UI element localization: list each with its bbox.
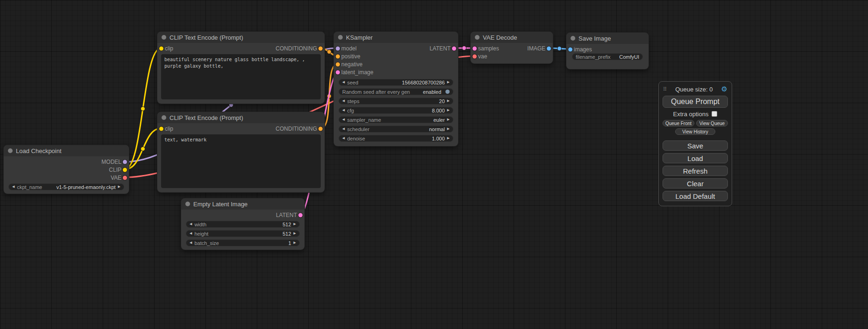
output-port-latent[interactable] (298, 213, 303, 217)
save-button[interactable]: Save (663, 140, 728, 151)
decrement-arrow-icon[interactable]: ◀ (342, 127, 345, 131)
output-port-conditioning[interactable] (318, 46, 323, 50)
increment-arrow-icon[interactable]: ▶ (447, 127, 450, 131)
load-button[interactable]: Load (663, 153, 728, 163)
node-clip-text-encode-negative[interactable]: CLIP Text Encode (Prompt) clip CONDITION… (157, 112, 325, 192)
input-label-model: model (341, 45, 357, 52)
clear-button[interactable]: Clear (663, 178, 728, 189)
view-history-button[interactable]: View History (675, 128, 716, 135)
widget-name: width (194, 222, 206, 227)
increment-arrow-icon[interactable]: ▶ (447, 81, 450, 84)
collapse-dot-icon[interactable] (8, 148, 13, 153)
decrement-arrow-icon[interactable]: ◀ (12, 185, 14, 189)
input-port-images[interactable] (568, 47, 572, 51)
toggle-dot-icon[interactable] (445, 90, 450, 94)
widget-ckpt-name[interactable]: ◀ ckpt_name v1-5-pruned-emaonly.ckpt ▶ (8, 183, 124, 190)
node-title-bar[interactable]: KSampler (334, 32, 458, 43)
decrement-arrow-icon[interactable]: ◀ (342, 109, 345, 112)
decrement-arrow-icon[interactable]: ◀ (342, 81, 345, 84)
node-title-bar[interactable]: Load Checkpoint (4, 145, 129, 156)
queue-front-button[interactable]: Queue Front (663, 120, 694, 126)
widget-filename-prefix[interactable]: filename_prefix ComfyUI (572, 53, 643, 60)
input-port-positive[interactable] (336, 54, 340, 58)
prompt-text-field[interactable]: text, watermark (161, 134, 321, 188)
widget-steps[interactable]: ◀ steps 20 ▶ (339, 98, 453, 105)
load-default-button[interactable]: Load Default (663, 191, 728, 201)
port-row-model-latent: model LATENT (334, 44, 458, 52)
input-port-negative[interactable] (336, 62, 340, 66)
node-save-image[interactable]: Save Image images filename_prefix ComfyU… (566, 33, 649, 69)
widget-value: 512 (282, 222, 291, 227)
increment-arrow-icon[interactable]: ▶ (447, 109, 450, 112)
decrement-arrow-icon[interactable]: ◀ (190, 241, 192, 245)
node-load-checkpoint[interactable]: Load Checkpoint MODEL CLIP VAE ◀ ckpt_na… (4, 145, 129, 194)
output-port-clip[interactable] (123, 168, 127, 172)
extra-options-checkbox[interactable] (712, 111, 717, 117)
widget-sampler-name[interactable]: ◀ sampler_name euler ▶ (339, 116, 453, 123)
widget-name: sampler_name (347, 117, 381, 123)
input-row-negative: negative (334, 60, 458, 68)
collapse-dot-icon[interactable] (185, 202, 190, 206)
node-title: Empty Latent Image (193, 201, 247, 208)
output-port-conditioning[interactable] (318, 126, 323, 131)
widget-height[interactable]: ◀ height 512 ▶ (186, 230, 300, 237)
collapse-dot-icon[interactable] (162, 115, 166, 120)
decrement-arrow-icon[interactable]: ◀ (342, 137, 345, 140)
input-port-samples[interactable] (473, 46, 477, 50)
widget-random-seed-toggle[interactable]: Random seed after every gen enabled (339, 88, 453, 95)
node-title: CLIP Text Encode (Prompt) (169, 34, 243, 41)
increment-arrow-icon[interactable]: ▶ (447, 99, 450, 103)
widget-batch-size[interactable]: ◀ batch_size 1 ▶ (186, 239, 300, 246)
input-port-clip[interactable] (159, 46, 163, 50)
input-port-model[interactable] (336, 46, 340, 50)
output-port-latent[interactable] (452, 46, 456, 50)
prompt-text-field[interactable]: beautiful scenery nature glass bottle la… (161, 54, 321, 99)
node-vae-decode[interactable]: VAE Decode samples IMAGE vae (471, 32, 553, 63)
input-port-vae[interactable] (473, 54, 477, 58)
decrement-arrow-icon[interactable]: ◀ (342, 99, 345, 103)
collapse-dot-icon[interactable] (162, 35, 166, 40)
increment-arrow-icon[interactable]: ▶ (294, 241, 296, 245)
output-port-model[interactable] (123, 160, 127, 164)
node-ksampler[interactable]: KSampler model LATENT positive negative … (334, 32, 458, 146)
collapse-dot-icon[interactable] (571, 36, 575, 41)
node-title-bar[interactable]: CLIP Text Encode (Prompt) (157, 112, 325, 123)
node-title-bar[interactable]: Empty Latent Image (181, 198, 304, 210)
widget-cfg[interactable]: ◀ cfg 8.000 ▶ (339, 107, 453, 114)
port-row-samples-image: samples IMAGE (471, 44, 553, 52)
node-title-bar[interactable]: VAE Decode (471, 32, 553, 43)
node-clip-text-encode-positive[interactable]: CLIP Text Encode (Prompt) clip CONDITION… (157, 32, 325, 104)
increment-arrow-icon[interactable]: ▶ (294, 232, 296, 235)
node-title-bar[interactable]: Save Image (566, 33, 649, 44)
comfyui-canvas[interactable]: { "icons": { "left_arrow": "◀", "right_a… (0, 0, 868, 329)
output-port-image[interactable] (547, 46, 551, 50)
widget-seed[interactable]: ◀ seed 156680208700286 ▶ (339, 79, 453, 86)
output-label-conditioning: CONDITIONING (275, 126, 317, 132)
collapse-dot-icon[interactable] (338, 35, 343, 40)
widget-value: 512 (282, 231, 291, 237)
collapse-dot-icon[interactable] (475, 35, 480, 40)
decrement-arrow-icon[interactable]: ◀ (190, 223, 192, 226)
view-queue-button[interactable]: View Queue (696, 120, 728, 126)
widget-value: 1.000 (432, 136, 445, 141)
widget-scheduler[interactable]: ◀ scheduler normal ▶ (339, 126, 453, 133)
node-title-bar[interactable]: CLIP Text Encode (Prompt) (157, 32, 325, 43)
settings-gear-icon[interactable]: ⚙ (721, 85, 727, 93)
widget-value: 1 (288, 240, 291, 246)
increment-arrow-icon[interactable]: ▶ (118, 185, 120, 189)
increment-arrow-icon[interactable]: ▶ (447, 118, 450, 121)
refresh-button[interactable]: Refresh (663, 166, 728, 176)
increment-arrow-icon[interactable]: ▶ (294, 223, 296, 226)
output-port-vae[interactable] (123, 175, 127, 180)
decrement-arrow-icon[interactable]: ◀ (190, 232, 192, 235)
queue-prompt-button[interactable]: Queue Prompt (663, 96, 728, 108)
decrement-arrow-icon[interactable]: ◀ (342, 118, 345, 121)
widget-width[interactable]: ◀ width 512 ▶ (186, 221, 300, 228)
drag-handle-icon[interactable]: ⠿ (663, 86, 667, 92)
input-label-latent-image: latent_image (341, 69, 374, 76)
input-port-clip[interactable] (159, 126, 163, 131)
increment-arrow-icon[interactable]: ▶ (447, 137, 450, 140)
node-empty-latent-image[interactable]: Empty Latent Image LATENT ◀ width 512 ▶ … (181, 198, 304, 250)
input-port-latent-image[interactable] (336, 70, 340, 74)
widget-denoise[interactable]: ◀ denoise 1.000 ▶ (339, 135, 453, 142)
